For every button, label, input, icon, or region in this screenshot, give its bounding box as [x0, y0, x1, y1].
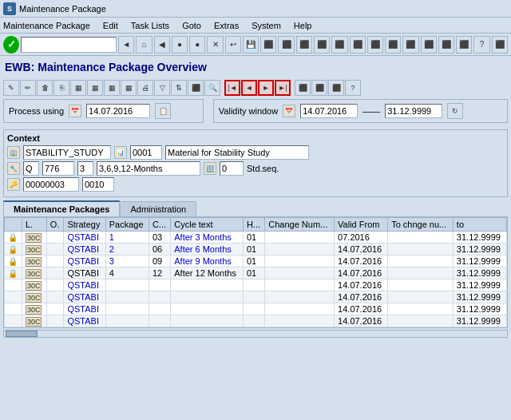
context-seq[interactable]	[220, 161, 244, 176]
menu-extras[interactable]: Extras	[214, 21, 239, 30]
nav-last-button[interactable]: ►|	[275, 80, 291, 96]
toolbar-btn-16[interactable]: ⬛	[421, 36, 437, 53]
cell-cycle-text[interactable]: After 3 Months	[171, 232, 244, 244]
confirm-button[interactable]: ✓	[3, 36, 19, 53]
menu-tasklists[interactable]: Task Lists	[131, 21, 169, 30]
horizontal-scrollbar[interactable]	[3, 330, 508, 338]
tb2-find[interactable]: 🔍	[204, 80, 220, 96]
context-sub2[interactable]	[82, 177, 114, 192]
context-schedule[interactable]	[97, 161, 200, 176]
cell-strategy[interactable]: QSTABI	[64, 303, 105, 315]
menu-help[interactable]: Help	[294, 21, 312, 30]
cell-strategy[interactable]: QSTABI	[64, 279, 105, 291]
context-number[interactable]	[42, 161, 74, 176]
back-button[interactable]: ◄	[118, 36, 134, 53]
cell-cycle-text[interactable]: After 12 Months	[171, 267, 244, 279]
strategy-value[interactable]: QSTABI	[67, 280, 99, 290]
cell-strategy[interactable]: QSTABI	[64, 315, 105, 327]
validity-from-date[interactable]	[300, 104, 358, 118]
tab-maintenance-packages[interactable]: Maintenance Packages	[3, 200, 120, 216]
table-row[interactable]: 30C QSTABI 14.07.2016 31.12.9999	[5, 279, 507, 291]
context-type[interactable]	[23, 161, 39, 176]
table-row[interactable]: 30C QSTABI 14.07.2016 31.12.9999	[5, 291, 507, 303]
tb2-btn11[interactable]: ⬛	[188, 80, 204, 96]
tb2-delete[interactable]: 🗑	[37, 80, 53, 96]
menu-system[interactable]: System	[252, 21, 281, 30]
cycle-text-value[interactable]: After 9 Months	[174, 256, 232, 266]
cell-package[interactable]	[105, 315, 149, 327]
home-button[interactable]: ⌂	[136, 36, 152, 53]
tb2-config[interactable]: ⬛	[311, 80, 327, 96]
toolbar-btn-12[interactable]: ⬛	[350, 36, 366, 53]
validity-picker[interactable]: ↻	[447, 103, 463, 119]
tb2-new[interactable]: ✎	[3, 80, 19, 96]
strategy-value[interactable]: QSTABI	[67, 244, 99, 254]
strategy-value[interactable]: QSTABI	[67, 232, 99, 242]
nav-first-button[interactable]: |◄	[224, 80, 240, 96]
context-code[interactable]	[130, 145, 162, 160]
menu-item-title[interactable]: Maintenance Package	[3, 21, 90, 30]
cell-strategy[interactable]: QSTABI	[64, 244, 105, 256]
toolbar-btn-17[interactable]: ⬛	[438, 36, 454, 53]
strategy-value[interactable]: QSTABI	[67, 256, 99, 266]
tb2-sort[interactable]: ⇅	[171, 80, 187, 96]
toolbar-btn-10[interactable]: ⬛	[314, 36, 330, 53]
tb2-btn-extra[interactable]: ⬛	[328, 80, 344, 96]
toolbar-btn-20[interactable]: ⬛	[492, 36, 508, 53]
tb2-copy[interactable]: ⎘	[53, 80, 69, 96]
table-row[interactable]: 30C QSTABI 14.07.2016 31.12.9999	[5, 315, 507, 327]
tab-administration[interactable]: Administration	[120, 201, 196, 216]
tb2-btn7[interactable]: ▦	[104, 80, 120, 96]
toolbar-btn-13[interactable]: ⬛	[367, 36, 383, 53]
cell-package[interactable]: 2	[105, 244, 149, 256]
toolbar-btn-19[interactable]: ?	[473, 36, 489, 53]
toolbar-btn-8[interactable]: ⬛	[278, 36, 294, 53]
package-value[interactable]: 1	[109, 232, 114, 242]
validity-to-date[interactable]	[385, 104, 442, 118]
package-value[interactable]: 2	[109, 244, 114, 254]
cell-strategy[interactable]: QSTABI	[64, 291, 105, 303]
toolbar-btn-3[interactable]: ●	[172, 36, 188, 53]
cell-package[interactable]: 3	[105, 256, 149, 267]
cell-package[interactable]: 4	[105, 267, 149, 279]
cell-strategy[interactable]: QSTABI	[64, 256, 105, 267]
process-using-date[interactable]	[86, 104, 150, 118]
table-row[interactable]: 🔒 30C QSTABI 2 06 After 6 Months 01 14.0…	[5, 244, 507, 256]
cell-package[interactable]	[105, 291, 149, 303]
context-sub[interactable]	[77, 161, 93, 176]
table-row[interactable]: 30C QSTABI 14.07.2016 31.12.9999	[5, 303, 507, 315]
table-row[interactable]: 🔒 30C QSTABI 3 09 After 9 Months 01 14.0…	[5, 256, 507, 267]
strategy-value[interactable]: QSTABI	[67, 316, 99, 326]
toolbar-btn-save[interactable]: 💾	[243, 36, 259, 53]
toolbar-btn-11[interactable]: ⬛	[331, 36, 347, 53]
context-description[interactable]	[165, 145, 309, 160]
tb2-detail[interactable]: ⬛	[295, 80, 311, 96]
toolbar-btn-4[interactable]: ●	[189, 36, 205, 53]
scroll-thumb[interactable]	[6, 331, 38, 337]
toolbar-btn-6[interactable]: ↩	[225, 36, 241, 53]
tb2-filter[interactable]: ▽	[154, 80, 170, 96]
cell-package[interactable]: 1	[105, 232, 149, 244]
tb2-btn6[interactable]: ▦	[87, 80, 103, 96]
table-row[interactable]: 🔒 30C QSTABI 4 12 After 12 Months 01 14.…	[5, 267, 507, 279]
cell-cycle-text[interactable]	[171, 279, 244, 291]
context-study[interactable]	[23, 145, 111, 160]
nav-next-button[interactable]: ►	[258, 80, 274, 96]
cell-cycle-text[interactable]	[171, 315, 244, 327]
command-input[interactable]	[21, 37, 117, 53]
cell-package[interactable]	[105, 303, 149, 315]
cell-strategy[interactable]: QSTABI	[64, 232, 105, 244]
toolbar-btn-14[interactable]: ⬛	[385, 36, 401, 53]
package-value[interactable]: 3	[109, 256, 114, 266]
tb2-pencil[interactable]: ✏	[20, 80, 36, 96]
context-id[interactable]	[23, 177, 79, 192]
tb2-print[interactable]: 🖨	[137, 80, 153, 96]
menu-edit[interactable]: Edit	[103, 21, 118, 30]
tb2-btn8[interactable]: ▦	[121, 80, 137, 96]
cell-cycle-text[interactable]: After 6 Months	[171, 244, 244, 256]
nav-prev-button[interactable]: ◄	[241, 80, 257, 96]
cell-cycle-text[interactable]	[171, 303, 244, 315]
strategy-value[interactable]: QSTABI	[67, 304, 99, 314]
cell-strategy[interactable]: QSTABI	[64, 267, 105, 279]
toolbar-btn-5[interactable]: ✕	[207, 36, 223, 53]
